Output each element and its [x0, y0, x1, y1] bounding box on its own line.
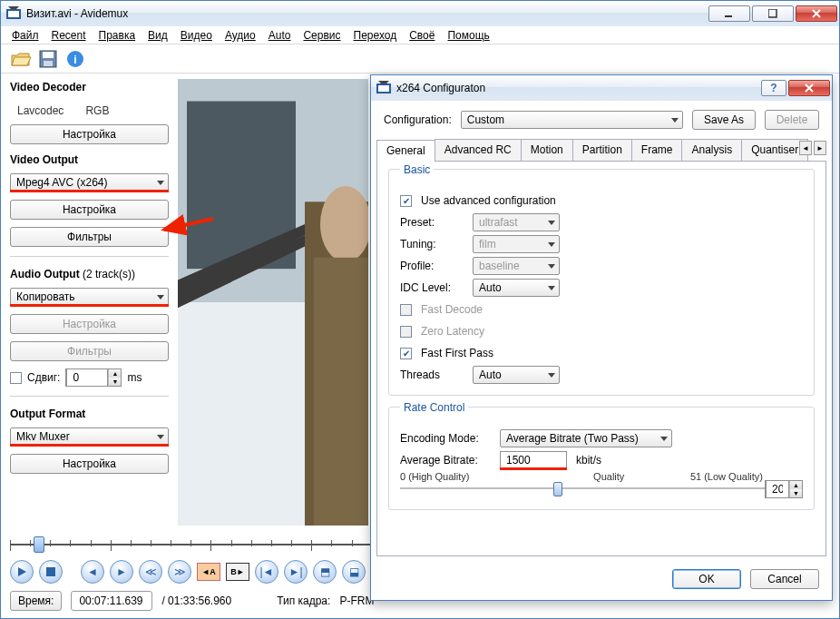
- dialog-close-button[interactable]: [788, 80, 830, 96]
- goto-end-button[interactable]: ►|: [284, 560, 308, 584]
- prev-frame-button[interactable]: ◄: [81, 560, 104, 584]
- svg-line-18: [164, 219, 213, 230]
- frame-type-label: Тип кадра:: [277, 594, 330, 607]
- maximize-button[interactable]: [752, 5, 794, 22]
- save-as-button[interactable]: Save As: [692, 110, 756, 130]
- play-button[interactable]: [10, 560, 34, 584]
- video-filters-button[interactable]: Фильтры: [10, 227, 169, 247]
- menu-auto[interactable]: Auto: [263, 28, 297, 42]
- fast-first-pass-label: Fast First Pass: [421, 347, 493, 359]
- video-configure-button[interactable]: Настройка: [10, 200, 169, 220]
- tab-scroll-left[interactable]: ◄: [799, 141, 812, 155]
- prev-keyframe-button[interactable]: ≪: [139, 560, 162, 584]
- use-adv-checkbox[interactable]: ✔: [400, 195, 412, 207]
- next-keyframe-button[interactable]: ≫: [168, 560, 191, 584]
- toolbar: i: [1, 44, 839, 74]
- stop-button[interactable]: [39, 560, 63, 584]
- delete-button[interactable]: Delete: [765, 110, 819, 130]
- shift-checkbox[interactable]: [10, 372, 22, 384]
- rgb-label: RGB: [85, 104, 109, 117]
- goto-start-button[interactable]: |◄: [255, 560, 278, 584]
- menu-file[interactable]: Файл: [6, 28, 44, 42]
- menu-help[interactable]: Помощь: [442, 28, 494, 42]
- open-icon[interactable]: [10, 48, 32, 70]
- profile-label: Profile:: [400, 260, 464, 272]
- muxer-combo[interactable]: Mkv Muxer: [10, 427, 169, 446]
- svg-rect-5: [43, 52, 54, 58]
- idc-combo[interactable]: Auto: [473, 279, 560, 297]
- encoding-mode-combo[interactable]: Average Bitrate (Two Pass): [500, 429, 672, 447]
- tuning-combo[interactable]: film: [473, 235, 560, 253]
- menu-view[interactable]: Вид: [142, 28, 173, 42]
- menu-recent[interactable]: Recent: [46, 28, 92, 42]
- save-icon[interactable]: [37, 48, 59, 70]
- fast-decode-label: Fast Decode: [421, 303, 483, 316]
- quality-spinbox[interactable]: ▲▼: [765, 480, 803, 498]
- tab-frame[interactable]: Frame: [631, 139, 683, 161]
- video-decoder-title: Video Decoder: [10, 81, 169, 93]
- quality-high-label: 51 (Low Quality): [690, 471, 763, 482]
- basic-group-title: Basic: [400, 163, 434, 176]
- audio-configure-button[interactable]: Настройка: [10, 314, 169, 334]
- tab-motion[interactable]: Motion: [521, 139, 573, 161]
- menu-edit[interactable]: Правка: [93, 28, 142, 42]
- dialog-help-button[interactable]: ?: [761, 80, 786, 96]
- video-codec-combo[interactable]: Mpeg4 AVC (x264): [10, 173, 169, 192]
- menubar: Файл Recent Правка Вид Видео Аудио Auto …: [1, 26, 839, 44]
- close-button[interactable]: [796, 5, 837, 22]
- bitrate-input[interactable]: [500, 451, 567, 469]
- goto-a-button[interactable]: ⬒: [313, 560, 337, 584]
- fast-first-pass-checkbox[interactable]: ✔: [400, 348, 412, 359]
- shift-label: Сдвиг:: [27, 371, 60, 384]
- tab-analysis[interactable]: Analysis: [681, 139, 742, 161]
- shift-spinbox[interactable]: ▲▼: [65, 368, 122, 387]
- quality-slider[interactable]: 0 (High Quality) Quality 51 (Low Quality…: [400, 471, 803, 500]
- dialog-title: x264 Configuraton: [396, 82, 756, 94]
- muxer-configure-button[interactable]: Настройка: [10, 454, 169, 474]
- mark-a-button[interactable]: ◄A: [197, 563, 220, 581]
- menu-custom[interactable]: Своё: [404, 28, 440, 42]
- zero-latency-checkbox[interactable]: [400, 326, 412, 338]
- zero-latency-label: Zero Latency: [421, 325, 484, 338]
- quality-low-label: 0 (High Quality): [400, 471, 469, 482]
- main-title: Визит.avi - Avidemux: [26, 7, 703, 20]
- config-combo[interactable]: Custom: [461, 111, 683, 129]
- tab-advanced-rc[interactable]: Advanced RC: [435, 139, 522, 161]
- audio-codec-combo[interactable]: Копировать: [10, 288, 169, 306]
- rate-group-title: Rate Control: [400, 401, 468, 414]
- svg-rect-17: [46, 567, 55, 576]
- audio-output-title: Audio Output (2 track(s)): [10, 268, 169, 280]
- menu-tools[interactable]: Сервис: [298, 28, 346, 42]
- dialog-icon: [376, 81, 391, 95]
- menu-video[interactable]: Видео: [175, 28, 218, 42]
- tab-general[interactable]: General: [376, 140, 435, 162]
- tab-panel-general: Basic ✔Use advanced configuration Preset…: [376, 162, 826, 556]
- info-icon[interactable]: i: [64, 48, 86, 70]
- tab-scroll-right[interactable]: ►: [814, 141, 826, 155]
- profile-combo[interactable]: baseline: [473, 257, 560, 275]
- dialog-titlebar: x264 Configuraton ?: [371, 75, 832, 101]
- ok-button[interactable]: OK: [672, 569, 741, 589]
- menu-audio[interactable]: Аудио: [220, 28, 261, 42]
- threads-combo[interactable]: Auto: [473, 366, 560, 384]
- decoder-configure-button[interactable]: Настройка: [10, 124, 169, 144]
- lavcodec-label: Lavcodec: [17, 104, 63, 117]
- frame-type-value: P-FRM: [339, 594, 374, 607]
- main-titlebar: Визит.avi - Avidemux: [1, 1, 839, 26]
- svg-rect-1: [8, 11, 19, 17]
- minimize-button[interactable]: [708, 5, 750, 22]
- svg-rect-16: [314, 258, 368, 526]
- fast-decode-checkbox[interactable]: [400, 304, 412, 316]
- cancel-button-dialog[interactable]: Cancel: [750, 569, 819, 589]
- audio-filters-button[interactable]: Фильтры: [10, 341, 169, 361]
- idc-label: IDC Level:: [400, 281, 464, 294]
- tab-partition[interactable]: Partition: [572, 139, 632, 161]
- mark-b-button[interactable]: B►: [226, 563, 249, 581]
- preset-combo[interactable]: ultrafast: [473, 213, 560, 231]
- bitrate-unit: kbit/s: [576, 454, 601, 467]
- time-label-button[interactable]: Время:: [10, 591, 62, 611]
- menu-go[interactable]: Переход: [348, 28, 403, 42]
- next-frame-button[interactable]: ►: [110, 560, 133, 584]
- svg-rect-20: [378, 85, 389, 92]
- goto-b-button[interactable]: ⬓: [342, 560, 366, 584]
